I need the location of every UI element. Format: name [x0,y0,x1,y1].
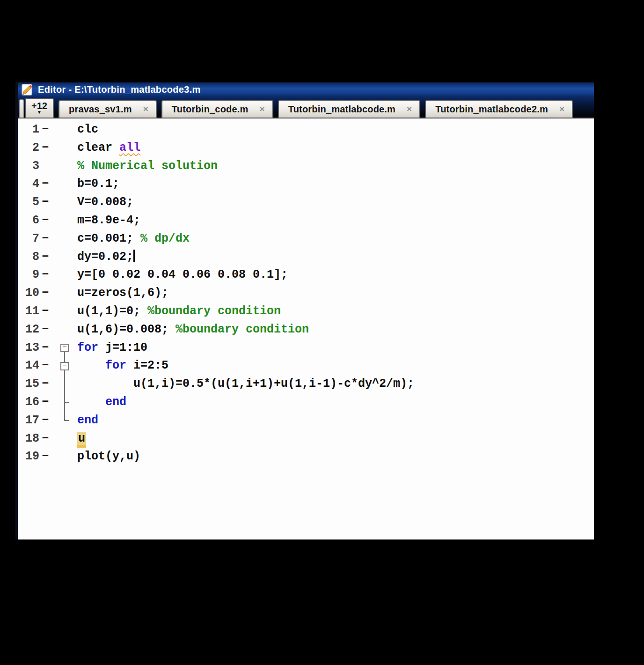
close-icon[interactable]: × [407,104,412,114]
breakpoint-gutter[interactable]: − [39,248,51,266]
code-line[interactable]: 17−end [18,412,594,430]
line-number: 12 [18,321,39,339]
line-number: 15 [18,375,39,393]
code-line[interactable]: 19−plot(y,u) [18,448,594,466]
code-content: clc [77,121,98,139]
code-content: V=0.008; [77,193,133,212]
breakpoint-gutter[interactable]: − [39,284,51,303]
code-text: clc [77,123,98,136]
breakpoint-gutter[interactable]: − [39,230,51,248]
line-number: 18 [18,430,39,448]
code-editor[interactable]: 1−clc2−clear all3% Numerical solution4−b… [18,118,594,539]
code-line[interactable]: 6−m=8.9e-4; [18,212,594,230]
code-line[interactable]: 14−− for i=2:5 [18,357,594,375]
close-icon[interactable]: × [559,104,564,114]
line-number: 9 [18,266,39,284]
code-text [77,395,105,409]
breakpoint-gutter[interactable]: − [39,175,51,193]
code-content: u(1,6)=0.008; %boundary condition [77,321,309,339]
code-fold-marker[interactable]: − [51,339,77,357]
highlighted-variable: u [77,432,86,448]
code-line[interactable]: 4−b=0.1; [18,175,594,193]
tab-overflow-count: +12 [31,102,47,110]
code-fold-gutter [51,212,77,230]
line-number: 10 [18,284,39,303]
code-content: plot(y,u) [77,448,140,466]
line-number: 4 [18,175,39,193]
code-content: u=zeros(1,6); [77,284,168,303]
line-number: 2 [18,139,39,157]
window-title: Editor - E:\Tutorbin_matlabcode3.m [38,84,201,95]
line-number: 7 [18,230,39,248]
code-content: dy=0.02; [77,248,135,266]
code-text: m=8.9e-4; [77,214,140,227]
tab-Tutorbin_code.m[interactable]: Tutorbin_code.m× [161,100,273,118]
code-line[interactable]: 13−−for j=1:10 [18,339,594,357]
code-text: j=1:10 [98,341,147,355]
breakpoint-gutter[interactable] [39,157,51,176]
code-content: end [77,412,98,430]
code-fold-marker[interactable]: − [51,357,77,375]
code-text: i=2:5 [126,359,168,372]
code-fold-gutter [51,139,77,157]
editor-window: Editor - E:\Tutorbin_matlabcode3.m +12 ▼… [15,82,594,539]
code-line[interactable]: 12−u(1,6)=0.008; %boundary condition [18,321,594,339]
code-fold-gutter [51,321,77,339]
code-line[interactable]: 11−u(1,1)=0; %boundary condition [18,303,594,321]
code-line[interactable]: 1−clc [18,121,594,139]
breakpoint-gutter[interactable]: − [39,430,51,448]
breakpoint-gutter[interactable]: − [39,393,51,412]
line-number: 19 [18,448,39,466]
breakpoint-gutter[interactable]: − [39,193,51,212]
breakpoint-gutter[interactable]: − [39,321,51,339]
breakpoint-gutter[interactable]: − [39,266,51,284]
breakpoint-gutter[interactable]: − [39,448,51,466]
code-text: u(1,1)=0; [77,304,147,318]
code-text [77,359,105,372]
code-text: b=0.1; [77,177,119,191]
code-line[interactable]: 7−c=0.001; % dp/dx [18,230,594,248]
code-fold-gutter [51,248,77,266]
line-number: 3 [18,157,39,176]
code-line[interactable]: 15− u(1,i)=0.5*(u(1,i+1)+u(1,i-1)-c*dy^2… [18,375,594,393]
code-line[interactable]: 9−y=[0 0.02 0.04 0.06 0.08 0.1]; [18,266,594,284]
keyword-token: for [77,341,98,355]
breakpoint-gutter[interactable]: − [39,121,51,139]
tab-overflow-button[interactable]: +12 ▼ [25,98,54,118]
tab-Tutorbin_matlabcode.m[interactable]: Tutorbin_matlabcode.m× [278,100,421,118]
breakpoint-gutter[interactable]: − [39,357,51,375]
code-line[interactable]: 18−u [18,430,594,448]
chevron-down-icon: ▼ [37,110,42,115]
code-fold-gutter [51,175,77,193]
tab-Tutorbin_matlabcode2.m[interactable]: Tutorbin_matlabcode2.m× [425,100,573,118]
close-icon[interactable]: × [143,104,148,114]
warning-token: all [119,141,140,155]
code-line[interactable]: 2−clear all [18,139,594,157]
code-line[interactable]: 10−u=zeros(1,6); [18,284,594,303]
code-fold-gutter [51,193,77,212]
code-line[interactable]: 16− end [18,393,594,412]
comment-token: % Numerical solution [77,159,218,173]
code-line[interactable]: 3% Numerical solution [18,157,594,176]
breakpoint-gutter[interactable]: − [39,139,51,157]
tab-bar: +12 ▼ pravas_sv1.m×Tutorbin_code.m×Tutor… [18,97,594,118]
code-line[interactable]: 5−V=0.008; [18,193,594,212]
line-number: 5 [18,193,39,212]
code-fold-gutter [51,121,77,139]
breakpoint-gutter[interactable]: − [39,303,51,321]
code-fold-gutter [51,284,77,303]
code-fold-gutter [51,230,77,248]
code-content: c=0.001; % dp/dx [77,230,190,248]
tab-pravas_sv1.m[interactable]: pravas_sv1.m× [59,100,157,118]
code-line[interactable]: 8−dy=0.02; [18,248,594,266]
breakpoint-gutter[interactable]: − [39,375,51,393]
breakpoint-gutter[interactable]: − [39,339,51,357]
code-content: for i=2:5 [77,357,168,375]
window-title-bar[interactable]: Editor - E:\Tutorbin_matlabcode3.m [18,82,594,97]
text-cursor [133,250,135,262]
code-content: y=[0 0.02 0.04 0.06 0.08 0.1]; [77,266,288,284]
breakpoint-gutter[interactable]: − [39,212,51,230]
breakpoint-gutter[interactable]: − [39,412,51,430]
close-icon[interactable]: × [260,104,265,114]
line-number: 16 [18,393,39,412]
